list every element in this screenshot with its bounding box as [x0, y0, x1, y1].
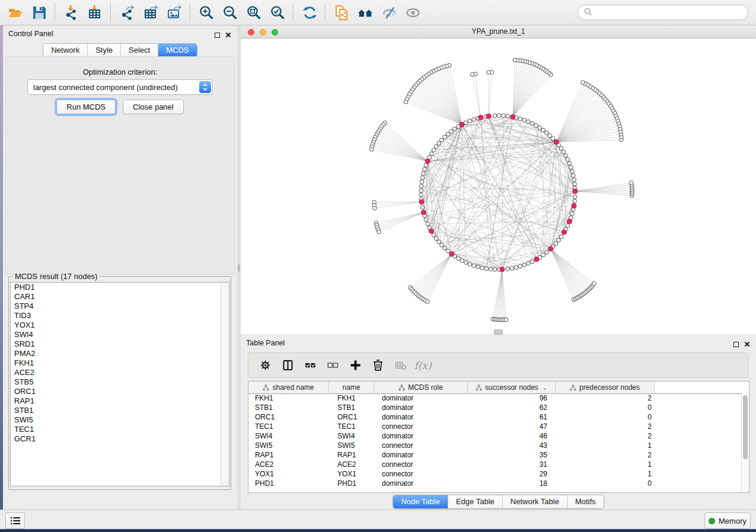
- list-item[interactable]: SRD1: [11, 339, 229, 349]
- export-table-button[interactable]: [139, 2, 162, 23]
- list-item[interactable]: YOX1: [11, 321, 229, 330]
- select-all-button[interactable]: [299, 355, 321, 376]
- sort-chevron-icon[interactable]: ⌄: [543, 384, 547, 391]
- copy-network-button[interactable]: [330, 2, 353, 23]
- main-toolbar: [0, 0, 756, 25]
- table-panel-close-icon[interactable]: [744, 339, 750, 350]
- table-row[interactable]: FKH1FKH1dominator962: [248, 393, 742, 403]
- zoom-in-button[interactable]: [194, 2, 218, 23]
- optimization-criterion-select[interactable]: largest connected component (undirected): [27, 79, 213, 95]
- tab-mcds[interactable]: MCDS: [158, 44, 196, 57]
- delete-rows-button[interactable]: [366, 355, 389, 376]
- import-network-button[interactable]: [59, 2, 83, 23]
- table-scrollbar[interactable]: [741, 393, 749, 492]
- table-row[interactable]: STB1STB1dominator620: [248, 403, 742, 412]
- table-row[interactable]: ACE2ACE2connector311: [248, 460, 742, 469]
- table-cell: 0: [556, 413, 655, 421]
- delete-table-button[interactable]: [389, 355, 412, 376]
- list-item[interactable]: TEC1: [11, 425, 229, 434]
- table-row[interactable]: TEC1TEC1connector472: [248, 422, 742, 431]
- show-columns-button[interactable]: [276, 355, 299, 376]
- add-row-button[interactable]: [344, 355, 366, 376]
- column-header-mcds-role[interactable]: MCDS role: [374, 382, 468, 393]
- control-panel-float-icon[interactable]: [215, 33, 220, 38]
- search-input[interactable]: [595, 8, 742, 17]
- table-cell: ACE2: [248, 460, 329, 469]
- zoom-fit-button[interactable]: [242, 2, 266, 23]
- mcds-result-scrollbar[interactable]: [221, 283, 229, 486]
- list-item[interactable]: STB5: [11, 377, 229, 387]
- function-builder-button[interactable]: f(x): [412, 355, 434, 376]
- list-item[interactable]: FKH1: [11, 358, 229, 368]
- hierarchy-icon: [476, 384, 482, 391]
- control-panel-close-icon[interactable]: [225, 30, 231, 40]
- list-item[interactable]: STB1: [11, 406, 229, 415]
- refresh-network-button[interactable]: [298, 2, 321, 23]
- export-network-button[interactable]: [115, 2, 139, 23]
- table-row[interactable]: ORC1ORC1dominator610: [248, 412, 742, 422]
- close-panel-button[interactable]: Close panel: [123, 100, 184, 114]
- first-neighbors-button[interactable]: [353, 2, 377, 23]
- column-header-predecessor-nodes[interactable]: predecessor nodes: [556, 382, 655, 393]
- deselect-all-button[interactable]: [321, 355, 344, 376]
- open-file-icon: [8, 5, 24, 21]
- table-cell: dominator: [374, 451, 468, 459]
- tab-edge-table[interactable]: Edge Table: [448, 495, 502, 508]
- list-item[interactable]: TID3: [11, 311, 229, 321]
- list-item[interactable]: RAP1: [11, 396, 229, 406]
- list-item[interactable]: ACE2: [11, 368, 229, 377]
- table-cell: dominator: [374, 479, 468, 488]
- tab-network[interactable]: Network: [43, 44, 87, 57]
- column-header-shared-name[interactable]: shared name: [248, 382, 329, 393]
- memory-button[interactable]: Memory: [704, 512, 751, 529]
- vertical-splitter[interactable]: [237, 25, 241, 509]
- table-row[interactable]: YOX1YOX1connector291: [248, 469, 742, 479]
- delete-table-icon: [394, 359, 407, 371]
- table-row[interactable]: SWI4SWI4dominator462: [248, 431, 742, 441]
- zoom-out-button[interactable]: [218, 2, 242, 23]
- table-cell: 18: [468, 479, 556, 488]
- table-settings-button[interactable]: [254, 355, 276, 376]
- mcds-result-list[interactable]: PHD1CAR1STP4TID3YOX1SWI4SRD1PMA2FKH1ACE2…: [10, 282, 229, 486]
- network-canvas[interactable]: [241, 39, 756, 334]
- tab-node-table[interactable]: Node Table: [393, 495, 448, 508]
- table-row[interactable]: RAP1RAP1dominator352: [248, 450, 742, 460]
- import-table-button[interactable]: [83, 2, 107, 23]
- table-cell: dominator: [374, 403, 468, 412]
- tab-network-table[interactable]: Network Table: [502, 495, 567, 508]
- open-file-button[interactable]: [4, 2, 27, 23]
- column-header-successor-nodes[interactable]: successor nodes⌄: [468, 382, 556, 393]
- search-box[interactable]: [578, 5, 748, 20]
- splitter-grip-icon: [238, 264, 240, 272]
- list-item[interactable]: GCR1: [11, 434, 229, 444]
- network-graph[interactable]: [241, 39, 756, 334]
- list-item[interactable]: ORC1: [11, 387, 229, 396]
- tab-motifs[interactable]: Motifs: [567, 495, 604, 508]
- save-session-button[interactable]: [27, 2, 51, 23]
- table-panel-float-icon[interactable]: [733, 342, 739, 347]
- hide-selected-button[interactable]: [377, 2, 401, 23]
- table-row[interactable]: SWI5SWI5connector431: [248, 441, 742, 450]
- run-mcds-button[interactable]: Run MCDS: [56, 100, 116, 114]
- list-item[interactable]: STP4: [11, 302, 229, 311]
- export-image-button[interactable]: [162, 2, 186, 23]
- list-item[interactable]: PHD1: [11, 283, 229, 292]
- show-all-button[interactable]: [401, 2, 425, 23]
- table-cell: 31: [468, 460, 556, 469]
- table-row[interactable]: PHD1PHD1dominator180: [248, 479, 742, 488]
- scrollbar-thumb[interactable]: [743, 395, 748, 459]
- list-item[interactable]: PMA2: [11, 349, 229, 358]
- tab-select[interactable]: Select: [120, 44, 158, 57]
- toolbar-buttons: [4, 2, 425, 23]
- table-cell: 96: [468, 394, 556, 402]
- task-history-button[interactable]: [5, 512, 25, 529]
- list-item[interactable]: CAR1: [11, 292, 229, 302]
- tab-style[interactable]: Style: [87, 44, 120, 57]
- network-window-titlebar[interactable]: YPA_prune.txt_1: [241, 25, 756, 39]
- horizontal-splitter[interactable]: [241, 328, 756, 335]
- column-header-name[interactable]: name: [329, 382, 374, 393]
- zoom-selected-button[interactable]: [266, 2, 289, 23]
- zoom-selected-icon: [270, 5, 286, 21]
- list-item[interactable]: SWI4: [11, 330, 229, 339]
- list-item[interactable]: SWI5: [11, 415, 229, 425]
